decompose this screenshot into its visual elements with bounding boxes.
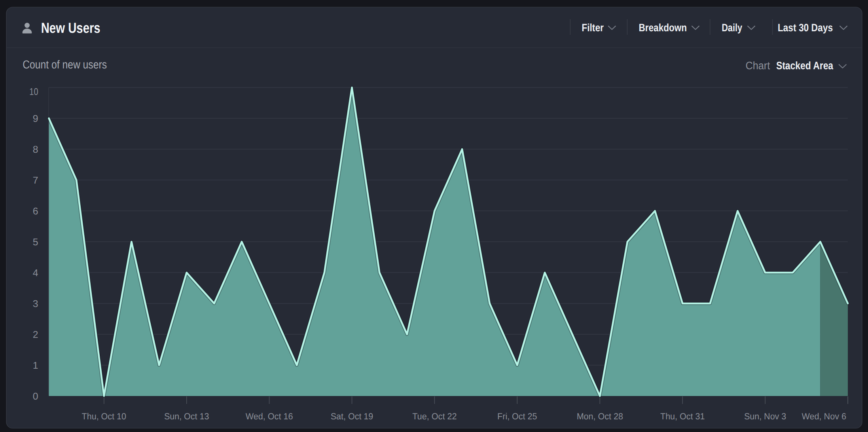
svg-text:10: 10 (29, 87, 38, 97)
svg-text:0: 0 (33, 391, 38, 402)
svg-text:Sat, Oct 19: Sat, Oct 19 (331, 411, 373, 421)
svg-text:Sun, Nov 3: Sun, Nov 3 (744, 411, 786, 421)
svg-text:Stacked Area: Stacked Area (776, 59, 834, 72)
svg-text:Sun, Oct 13: Sun, Oct 13 (164, 411, 209, 421)
svg-text:Thu, Oct 10: Thu, Oct 10 (82, 411, 126, 421)
svg-text:Chart: Chart (746, 59, 770, 72)
svg-text:Thu, Oct 31: Thu, Oct 31 (660, 411, 705, 421)
svg-text:1: 1 (33, 360, 38, 371)
svg-text:2: 2 (33, 330, 38, 340)
svg-text:Fri, Oct 25: Fri, Oct 25 (497, 411, 537, 421)
svg-text:Wed, Nov 6: Wed, Nov 6 (802, 411, 846, 421)
svg-text:8: 8 (33, 144, 38, 155)
svg-text:3: 3 (33, 299, 38, 309)
svg-text:Filter: Filter (582, 22, 604, 34)
svg-text:6: 6 (33, 206, 38, 217)
svg-text:7: 7 (33, 175, 38, 186)
svg-text:9: 9 (33, 114, 38, 124)
svg-text:4: 4 (33, 268, 38, 279)
svg-text:Breakdown: Breakdown (639, 22, 687, 34)
svg-text:Mon, Oct 28: Mon, Oct 28 (577, 411, 623, 421)
svg-text:Daily: Daily (722, 22, 742, 34)
svg-text:New Users: New Users (41, 20, 100, 36)
svg-text:Count of new users: Count of new users (23, 59, 107, 71)
svg-text:Tue, Oct 22: Tue, Oct 22 (412, 411, 457, 421)
svg-text:Wed, Oct 16: Wed, Oct 16 (246, 411, 293, 421)
svg-text:Last 30 Days: Last 30 Days (778, 22, 833, 34)
svg-text:5: 5 (33, 237, 38, 248)
